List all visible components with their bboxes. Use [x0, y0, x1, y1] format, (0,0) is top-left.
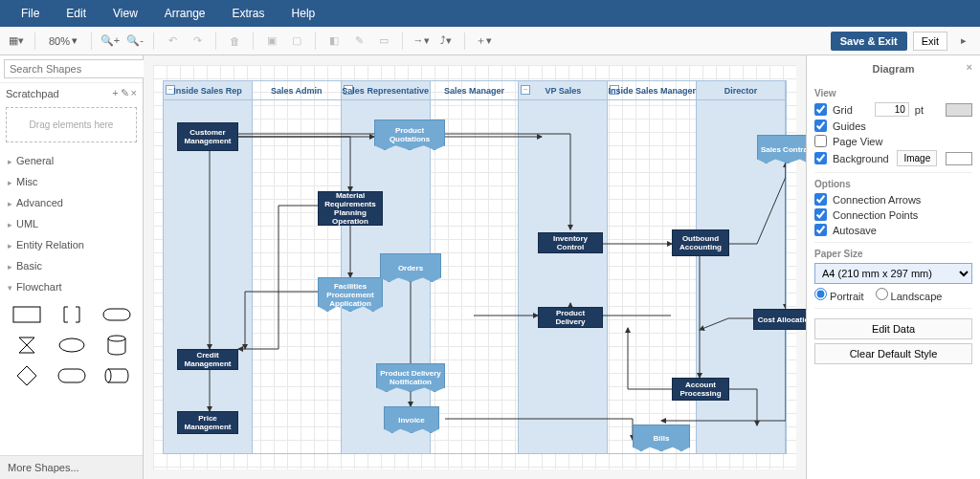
node-facilities[interactable]: Facilities Procurement Application [318, 277, 383, 312]
zoom-value: 80% [49, 35, 70, 47]
menu-view[interactable]: View [100, 1, 151, 26]
category-misc[interactable]: Misc [0, 171, 143, 192]
fill-icon[interactable]: ◧ [323, 31, 345, 52]
category-entity-relation[interactable]: Entity Relation [0, 234, 143, 255]
node-product-quotations[interactable]: Product Quotations [374, 120, 445, 150]
scratchpad-drop-area[interactable]: Drag elements here [6, 107, 137, 142]
node-invoice[interactable]: Invoice [384, 406, 439, 433]
shape-hourglass-icon[interactable] [6, 332, 47, 359]
zoom-display[interactable]: 80% ▾ [43, 34, 83, 47]
node-sales-contract[interactable]: Sales Contract [757, 135, 806, 163]
node-product-delivery[interactable]: Product Delivery [538, 307, 603, 328]
shape-terminator-icon[interactable] [96, 301, 137, 328]
scratchpad-close-icon[interactable]: × [131, 87, 137, 99]
menu-arrange[interactable]: Arrange [151, 1, 219, 26]
to-back-icon[interactable]: ▢ [286, 31, 307, 52]
close-icon[interactable]: × [967, 61, 972, 73]
grid-color-swatch[interactable] [946, 103, 972, 117]
paper-size-select[interactable]: A4 (210 mm x 297 mm) [814, 263, 972, 284]
menu-edit[interactable]: Edit [53, 1, 100, 26]
shape-rect-icon[interactable] [6, 301, 47, 328]
svg-rect-0 [13, 307, 40, 322]
node-cost-allocation[interactable]: Cost Allocation [753, 309, 806, 330]
separator [253, 33, 254, 50]
redo-icon[interactable]: ↷ [187, 31, 208, 52]
shape-capsule-icon[interactable] [51, 362, 92, 389]
more-shapes-button[interactable]: More Shapes... [0, 455, 143, 479]
connection-points-checkbox[interactable] [814, 208, 827, 221]
undo-icon[interactable]: ↶ [162, 31, 183, 52]
node-outbound-accounting[interactable]: Outbound Accounting [672, 229, 729, 256]
lane-header: Sales Representative [342, 81, 430, 100]
shape-ellipse-icon[interactable] [51, 332, 92, 359]
delete-icon[interactable]: 🗑 [224, 31, 245, 52]
svg-point-2 [59, 338, 84, 352]
grid-label: Grid [833, 104, 853, 116]
lane-header: Sales Manager [431, 81, 519, 100]
node-customer-management[interactable]: Customer Management [177, 122, 238, 151]
edit-data-button[interactable]: Edit Data [814, 318, 972, 339]
separator [402, 33, 403, 50]
save-exit-button[interactable]: Save & Exit [831, 32, 907, 51]
background-checkbox[interactable] [814, 152, 827, 164]
scratchpad-add-icon[interactable]: + [112, 87, 118, 99]
to-front-icon[interactable]: ▣ [261, 31, 282, 52]
waypoint-icon[interactable]: ⤴▾ [435, 31, 457, 52]
category-general[interactable]: General [0, 150, 143, 171]
toolbar: ▦▾ 80% ▾ 🔍+ 🔍- ↶ ↷ 🗑 ▣ ▢ ◧ ✎ ▭ →▾ ⤴▾ ＋▾ … [0, 27, 980, 55]
category-advanced[interactable]: Advanced [0, 192, 143, 213]
clear-default-style-button[interactable]: Clear Default Style [814, 343, 972, 364]
separator [34, 33, 35, 50]
category-flowchart[interactable]: Flowchart [0, 276, 143, 297]
node-mrp[interactable]: Material Requirements Planning Operation [318, 191, 383, 226]
landscape-option[interactable]: Landscape [876, 288, 943, 302]
add-icon[interactable]: ＋▾ [473, 31, 494, 52]
separator [464, 33, 465, 50]
connection-arrows-label: Connection Arrows [833, 194, 921, 206]
lane-vp-sales[interactable]: −VP Sales [519, 81, 608, 453]
shape-cylinder-icon[interactable] [96, 332, 137, 359]
autosave-checkbox[interactable] [814, 224, 827, 236]
shape-diamond-icon[interactable] [6, 362, 47, 389]
shadow-icon[interactable]: ▭ [373, 31, 394, 52]
guides-checkbox[interactable] [814, 120, 827, 132]
scratchpad-header[interactable]: Scratchpad + ✎ × [0, 83, 143, 103]
node-orders[interactable]: Orders [380, 253, 441, 282]
shape-cyl-h-icon[interactable] [96, 362, 137, 389]
scratchpad-edit-icon[interactable]: ✎ [121, 87, 129, 99]
node-account-processing[interactable]: Account Processing [672, 378, 729, 401]
zoom-in-icon[interactable]: 🔍+ [100, 31, 121, 52]
line-icon[interactable]: ✎ [348, 31, 369, 52]
menu-extras[interactable]: Extras [219, 1, 278, 26]
connection-icon[interactable]: →▾ [411, 31, 432, 52]
menu-file[interactable]: File [8, 1, 53, 26]
image-button[interactable]: Image [897, 150, 937, 166]
node-credit-management[interactable]: Credit Management [177, 349, 238, 370]
shape-bracket-icon[interactable] [51, 301, 92, 328]
node-bills[interactable]: Bills [633, 425, 690, 451]
portrait-option[interactable]: Portrait [814, 288, 864, 302]
node-price-management[interactable]: Price Management [177, 411, 238, 434]
expand-right-icon[interactable]: ▸ [953, 31, 974, 52]
grid-checkbox[interactable] [814, 103, 827, 116]
landscape-label: Landscape [891, 291, 943, 302]
category-uml[interactable]: UML [0, 213, 143, 234]
lane-sales-admin[interactable]: Sales Admin [253, 81, 342, 453]
swimlanes[interactable]: −Inside Sales Rep Sales Admin −Sales Rep… [163, 80, 787, 454]
exit-button[interactable]: Exit [913, 32, 947, 51]
page-view-checkbox[interactable] [814, 135, 827, 147]
category-basic[interactable]: Basic [0, 255, 143, 276]
svg-point-5 [105, 369, 111, 382]
menu-help[interactable]: Help [278, 1, 329, 26]
canvas-area[interactable]: −Inside Sales Rep Sales Admin −Sales Rep… [144, 55, 806, 479]
node-inventory-control[interactable]: Inventory Control [538, 232, 603, 253]
zoom-out-icon[interactable]: 🔍- [124, 31, 145, 52]
grid-size-input[interactable] [875, 102, 909, 117]
search-shapes-input[interactable] [4, 59, 147, 78]
connection-arrows-checkbox[interactable] [814, 193, 827, 206]
background-label: Background [833, 153, 889, 164]
node-pdn[interactable]: Product Delivery Notification [376, 363, 445, 392]
flowchart-shapes [0, 297, 143, 393]
table-icon[interactable]: ▦▾ [6, 31, 27, 52]
background-color-swatch[interactable] [946, 152, 972, 165]
